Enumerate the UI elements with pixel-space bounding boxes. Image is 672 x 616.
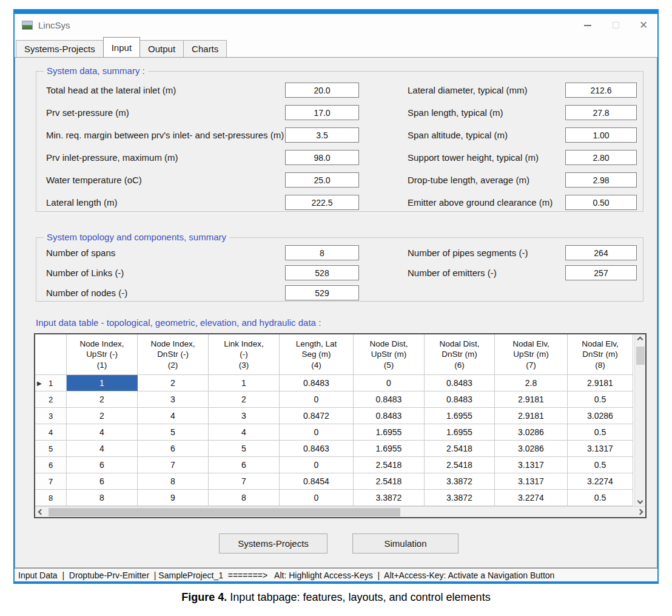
table-cell[interactable]: 8 [209,490,280,506]
table-cell[interactable]: 1.6955 [354,441,425,457]
table-cell[interactable]: 1.6955 [425,408,495,424]
maximize-button[interactable] [602,14,630,36]
vertical-scrollbar[interactable] [634,334,645,506]
table-cell[interactable]: 1 [209,375,280,391]
horizontal-scrollbar[interactable] [35,506,645,517]
table-row[interactable]: ▶ 4 4 5 4 0 1.6955 1.6955 3.0286 0.5 [35,424,645,441]
table-cell[interactable]: 2.8 [495,375,568,391]
table-cell[interactable]: 2 [67,391,138,408]
minimize-button[interactable] [574,14,602,36]
row-header[interactable]: ▶ 7 [35,473,67,490]
table-cell[interactable]: 2.9181 [495,408,568,424]
table-cell[interactable]: 3.0286 [495,424,568,441]
table-cell[interactable]: 0 [280,391,354,408]
table-cell[interactable]: 8 [67,490,138,506]
row-header[interactable]: ▶ 1 [35,375,67,391]
value-input[interactable]: 20.0 [285,83,359,98]
column-header[interactable]: Link Index, (-) (3) [209,334,280,375]
scroll-right-icon[interactable] [634,507,645,517]
value-input[interactable]: 528 [285,265,359,280]
table-cell[interactable]: 7 [138,457,209,473]
table-cell[interactable]: 2.9181 [495,391,568,408]
table-cell[interactable]: 3.2274 [495,490,568,506]
value-input[interactable]: 264 [565,245,637,260]
table-cell[interactable]: 3.2274 [568,473,633,490]
value-input[interactable]: 1.00 [565,127,637,143]
table-cell[interactable]: 3.1317 [495,473,568,490]
value-input[interactable]: 212.6 [565,83,637,98]
column-header[interactable]: Node Index, DnStr (-) (2) [138,334,209,375]
table-cell[interactable]: 3.0286 [495,441,568,457]
value-input[interactable]: 25.0 [285,172,359,188]
table-cell[interactable]: 1.6955 [354,424,425,441]
table-row[interactable]: ▶ 5 4 6 5 0.8463 1.6955 2.5418 3.0286 3.… [35,441,645,457]
table-cell[interactable]: 3 [138,391,209,408]
row-header[interactable]: ▶ 4 [35,424,67,441]
table-cell[interactable]: 3.1317 [568,441,633,457]
row-header[interactable]: ▶ 3 [35,408,67,424]
column-header[interactable]: Node Dist, UpStr (m) (5) [354,334,425,375]
tab-charts[interactable]: Charts [183,40,227,57]
value-input[interactable]: 0.50 [565,195,637,210]
value-input[interactable]: 27.8 [565,105,637,120]
value-input[interactable]: 2.98 [565,172,637,188]
scroll-left-icon[interactable] [35,507,46,517]
table-cell[interactable]: 3.1317 [495,457,568,473]
table-cell[interactable]: 2.5418 [354,457,425,473]
value-input[interactable]: 98.0 [285,150,359,165]
table-cell[interactable]: 3 [209,408,280,424]
tab-output[interactable]: Output [139,40,184,57]
table-cell[interactable]: 1 [67,375,138,391]
table-row[interactable]: ▶ 3 2 4 3 0.8472 0.8483 1.6955 2.9181 3.… [35,408,645,424]
table-cell[interactable]: 1.6955 [425,424,495,441]
table-cell[interactable]: 4 [67,441,138,457]
table-cell[interactable]: 0.8483 [354,408,425,424]
value-input[interactable]: 529 [285,285,359,300]
table-cell[interactable]: 0.5 [568,457,633,473]
close-button[interactable]: ✕ [630,14,657,36]
table-cell[interactable]: 2.5418 [425,457,495,473]
table-cell[interactable]: 2 [138,375,209,391]
table-cell[interactable]: 3.3872 [425,473,495,490]
table-cell[interactable]: 8 [138,473,209,490]
value-input[interactable]: 2.80 [565,150,637,165]
scroll-up-icon[interactable] [634,334,645,345]
tab-input[interactable]: Input [103,37,140,57]
column-header[interactable]: Nodal Elv, UpStr (m) (7) [495,334,568,375]
table-cell[interactable]: 0.8483 [425,375,495,391]
table-cell[interactable]: 0.8472 [280,408,354,424]
table-cell[interactable]: 4 [138,408,209,424]
value-input[interactable]: 3.5 [285,127,359,143]
column-header[interactable]: Length, Lat Seg (m) (4) [280,334,354,375]
table-cell[interactable]: 0 [354,375,425,391]
table-cell[interactable]: 2.9181 [568,375,633,391]
table-cell[interactable]: 7 [209,473,280,490]
table-cell[interactable]: 0.8454 [280,473,354,490]
column-header[interactable]: Node Index, UpStr (-) (1) [67,334,138,375]
vertical-scroll-thumb[interactable] [636,347,645,365]
table-row[interactable]: ▶ 2 2 3 2 0 0.8483 0.8483 2.9181 0.5 [35,391,645,408]
value-input[interactable]: 17.0 [285,105,359,120]
table-cell[interactable]: 4 [67,424,138,441]
table-cell[interactable]: 5 [209,441,280,457]
value-input[interactable]: 8 [285,245,359,260]
table-cell[interactable]: 3.0286 [568,408,633,424]
table-cell[interactable]: 2 [67,408,138,424]
row-header[interactable]: ▶ 6 [35,457,67,473]
table-cell[interactable]: 0.8483 [354,391,425,408]
table-cell[interactable]: 2.5418 [354,473,425,490]
table-row[interactable]: ▶ 1 1 2 1 0.8483 0 0.8483 2.8 2.9181 [35,375,645,391]
table-cell[interactable]: 9 [138,490,209,506]
table-cell[interactable]: 6 [138,441,209,457]
value-input[interactable]: 257 [565,265,637,280]
table-cell[interactable]: 2 [209,391,280,408]
table-row[interactable]: ▶ 7 6 8 7 0.8454 2.5418 3.3872 3.1317 3.… [35,473,645,490]
systems-projects-button[interactable]: Systems-Projects [219,533,328,553]
table-cell[interactable]: 0.8483 [280,375,354,391]
horizontal-scroll-thumb[interactable] [49,508,400,516]
simulation-button[interactable]: Simulation [352,533,459,553]
value-input[interactable]: 222.5 [285,195,359,210]
table-row[interactable]: ▶ 8 8 9 8 0 3.3872 3.3872 3.2274 0.5 [35,490,645,506]
table-cell[interactable]: 3.3872 [425,490,495,506]
tab-systems-projects[interactable]: Systems-Projects [16,40,104,57]
